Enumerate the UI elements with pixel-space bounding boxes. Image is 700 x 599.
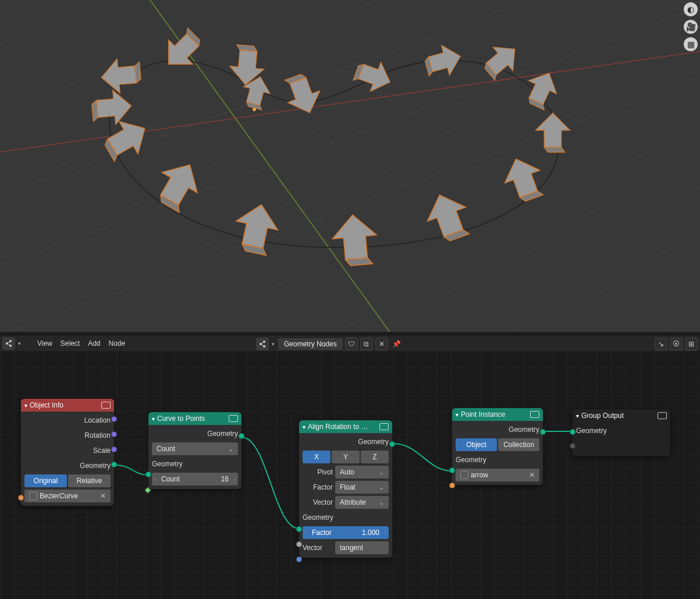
svg-line-5 <box>0 0 634 332</box>
header-button-2[interactable]: ⊞ <box>685 338 698 350</box>
node-title: Curve to Points <box>157 414 205 423</box>
axis-y <box>116 0 419 332</box>
socket-geometry-label: Geometry <box>80 462 111 470</box>
socket-geometry-in[interactable] <box>570 429 575 435</box>
factor-label: Factor <box>303 483 333 491</box>
axis-x-button[interactable]: X <box>303 451 331 463</box>
factor-mode-dropdown[interactable]: Float <box>335 481 389 494</box>
socket-geometry-label: Geometry <box>509 426 539 434</box>
display-icon <box>229 415 238 422</box>
display-icon <box>658 412 667 419</box>
instance-collection-button[interactable]: Collection <box>498 438 539 451</box>
menu-add[interactable]: Add <box>88 339 100 348</box>
viewport-3d[interactable]: ◐ 🎥 ▦ <box>0 0 700 332</box>
pivot-label: Pivot <box>303 468 333 476</box>
socket-location-label: Location <box>84 416 111 424</box>
object-icon <box>29 492 37 500</box>
menu-select[interactable]: Select <box>61 339 80 348</box>
socket-geometry-out[interactable] <box>389 441 395 447</box>
vector-label: Vector <box>303 498 333 506</box>
gizmo-grid[interactable]: ▦ <box>684 37 698 51</box>
nodetree-name-field[interactable]: Geometry Nodes <box>278 338 343 350</box>
display-icon <box>101 402 111 409</box>
socket-geometry-in[interactable] <box>145 472 151 477</box>
vector-mode-dropdown[interactable]: Attribute <box>335 496 389 509</box>
arrow-instances <box>91 24 570 267</box>
header-button-1[interactable]: ⦿ <box>670 338 683 350</box>
socket-geometry-in[interactable] <box>449 467 455 473</box>
socket-geometry-in-label: Geometry <box>303 513 333 522</box>
axis-z-button[interactable]: Z <box>361 451 389 463</box>
socket-geometry-out[interactable] <box>111 462 117 467</box>
node-editor-header: View Select Add Node Geometry Nodes 🛡 ⧉ … <box>0 335 700 352</box>
node-title: Group Output <box>581 412 624 420</box>
header-button-0[interactable]: ↘ <box>655 338 667 350</box>
node-editor-canvas[interactable]: Object Info Location Rotation Scale Geom… <box>0 352 700 599</box>
editor-type-dropdown[interactable] <box>2 337 15 350</box>
socket-geometry-in-label: Geometry <box>152 460 183 468</box>
object-field[interactable]: BezierCurve✕ <box>24 490 111 502</box>
mode-dropdown[interactable]: Count <box>152 442 238 455</box>
socket-count-in[interactable] <box>144 487 151 493</box>
node-title: Point Instance <box>461 410 505 419</box>
socket-object-in[interactable] <box>18 495 24 501</box>
duplicate-nodetree-button[interactable]: ⧉ <box>360 338 373 350</box>
svg-line-1 <box>0 0 700 239</box>
viewport-canvas <box>0 0 700 332</box>
vector-attribute-field[interactable]: tangent <box>335 541 389 554</box>
object-icon <box>460 471 468 479</box>
socket-scale-out[interactable] <box>111 446 117 452</box>
pin-button[interactable]: 📌 <box>390 338 403 350</box>
node-title: Align Rotation to … <box>308 423 368 431</box>
transform-original-button[interactable]: Original <box>24 474 67 487</box>
socket-scale-label: Scale <box>93 446 111 455</box>
display-icon <box>379 423 389 430</box>
socket-rotation-label: Rotation <box>84 431 111 439</box>
socket-geometry-label: Geometry <box>358 438 389 446</box>
socket-geometry-in[interactable] <box>296 526 302 532</box>
socket-rotation-out[interactable] <box>111 431 117 437</box>
object-origin <box>253 108 256 111</box>
instance-object-field[interactable]: arrow✕ <box>456 469 539 481</box>
geometry-nodes-icon <box>258 340 267 348</box>
transform-relative-button[interactable]: Relative <box>68 474 111 487</box>
menu-view[interactable]: View <box>37 339 52 348</box>
pivot-dropdown[interactable]: Auto <box>335 466 389 479</box>
socket-geometry-out[interactable] <box>540 429 546 435</box>
instance-object-button[interactable]: Object <box>456 438 497 451</box>
socket-geometry-out[interactable] <box>239 433 244 439</box>
socket-virtual-in[interactable] <box>570 443 575 449</box>
socket-geometry-in-label: Geometry <box>456 456 486 464</box>
socket-location-out[interactable] <box>111 416 117 422</box>
axis-y-button[interactable]: Y <box>332 451 360 463</box>
gizmo-camera[interactable]: 🎥 <box>684 20 698 34</box>
socket-object-in[interactable] <box>449 483 455 488</box>
menu-node[interactable]: Node <box>109 339 126 348</box>
nodetree-type-dropdown[interactable] <box>256 338 269 350</box>
socket-factor-in[interactable] <box>296 541 302 547</box>
node-object-info[interactable]: Object Info Location Rotation Scale Geom… <box>21 399 114 506</box>
vector-in-label: Vector <box>303 544 333 552</box>
display-icon <box>530 411 539 418</box>
node-group-output[interactable]: Group Output Geometry <box>573 409 670 456</box>
svg-line-3 <box>0 0 700 332</box>
count-field[interactable]: Count16 <box>152 473 238 485</box>
node-curve-to-points[interactable]: Curve to Points Geometry Count Geometry … <box>148 412 241 489</box>
node-editor-icon <box>5 339 13 348</box>
node-align-rotation[interactable]: Align Rotation to … Geometry X Y Z Pivot… <box>299 420 392 558</box>
svg-line-4 <box>52 0 700 332</box>
node-title: Object Info <box>30 401 63 409</box>
factor-value-field[interactable]: Factor1.000 <box>303 526 389 539</box>
socket-vector-in[interactable] <box>296 557 302 562</box>
socket-geometry-in-label: Geometry <box>576 427 607 435</box>
unlink-nodetree-button[interactable]: ✕ <box>375 338 388 350</box>
node-point-instance[interactable]: Point Instance Geometry Object Collectio… <box>452 408 543 485</box>
fake-user-button[interactable]: 🛡 <box>345 338 358 350</box>
socket-geometry-label: Geometry <box>207 430 238 438</box>
gizmo-navigate[interactable]: ◐ <box>684 2 698 16</box>
